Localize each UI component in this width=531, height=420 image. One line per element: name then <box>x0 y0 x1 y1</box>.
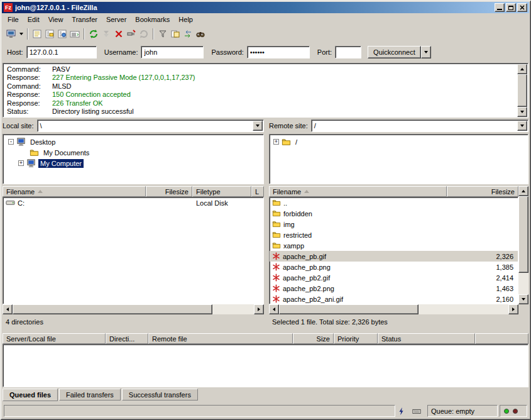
remote-file-row-selected[interactable]: apache_pb.gif 2,326 <box>270 251 518 262</box>
chevron-down-icon[interactable] <box>517 121 527 131</box>
log-text: PASV <box>52 65 70 73</box>
green-led-icon <box>504 409 509 414</box>
port-input[interactable] <box>335 46 361 58</box>
column-label: Filename <box>6 188 35 196</box>
column-header-filesize[interactable]: Filesize <box>146 186 192 197</box>
menu-file[interactable]: File <box>3 14 23 25</box>
minimize-button[interactable] <box>495 3 505 12</box>
local-list-hscrollbar[interactable] <box>3 304 264 314</box>
transfer-queue-icon[interactable] <box>68 28 81 40</box>
disconnect-icon[interactable] <box>125 28 138 40</box>
menu-view[interactable]: View <box>44 14 68 25</box>
scrollbar-thumb[interactable] <box>279 304 419 314</box>
tree-item-my-documents[interactable]: My Documents <box>3 147 263 158</box>
tab-successful-transfers[interactable]: Successful transfers <box>122 389 198 401</box>
column-header-remote-file[interactable]: Remote file <box>148 333 293 344</box>
column-header-filesize[interactable]: Filesize <box>447 186 518 197</box>
column-header-filename[interactable]: Filename <box>269 186 447 197</box>
tree-item-desktop[interactable]: - Desktop <box>3 136 263 147</box>
folder-icon <box>30 148 39 157</box>
scroll-left-icon[interactable] <box>3 304 13 314</box>
pane-splitter[interactable] <box>264 119 269 328</box>
scrollbar-thumb[interactable] <box>13 304 212 314</box>
remote-file-row[interactable]: xampp <box>270 240 518 251</box>
password-input[interactable] <box>247 46 310 58</box>
tab-queued-files[interactable]: Queued files <box>3 389 58 401</box>
titlebar[interactable]: Fz john@127.0.0.1 - FileZilla <box>2 2 529 13</box>
log-prefix: Status: <box>7 108 52 116</box>
remote-file-row[interactable]: .. <box>270 197 518 208</box>
reconnect-icon[interactable] <box>138 28 150 40</box>
host-input[interactable] <box>26 46 97 58</box>
column-header-size[interactable]: Size <box>293 333 334 344</box>
column-header-server-local-file[interactable]: Server/Local file <box>3 333 106 344</box>
remote-treeview-icon[interactable] <box>56 28 68 40</box>
menu-transfer[interactable]: Transfer <box>67 14 102 25</box>
username-input[interactable] <box>141 46 204 58</box>
refresh-icon[interactable] <box>87 28 100 40</box>
scroll-left-icon[interactable] <box>269 304 279 314</box>
remote-site-value: / <box>314 122 517 130</box>
remote-file-row[interactable]: apache_pb2.gif 2,414 <box>270 272 518 283</box>
local-file-list[interactable]: C: Local Disk <box>3 197 264 304</box>
column-label: Size <box>317 335 330 343</box>
remote-file-row[interactable]: forbidden <box>270 208 518 219</box>
remote-list-hscrollbar[interactable] <box>269 304 518 314</box>
scroll-up-icon[interactable] <box>518 186 528 196</box>
maximize-button[interactable] <box>506 3 516 12</box>
message-log-icon[interactable] <box>31 28 43 40</box>
menu-help[interactable]: Help <box>174 14 197 25</box>
site-manager-icon[interactable] <box>5 28 18 40</box>
remote-file-row[interactable]: apache_pb2_ani.gif 2,160 <box>270 294 518 304</box>
chevron-down-icon[interactable] <box>253 121 263 131</box>
remote-file-list[interactable]: .. forbidden img restricted xampp apache… <box>269 197 518 304</box>
local-site-combo[interactable]: \ <box>37 119 264 132</box>
directory-comparison-icon[interactable] <box>169 28 182 40</box>
column-label: Filesize <box>165 188 189 196</box>
scroll-right-icon[interactable] <box>508 304 518 314</box>
close-button[interactable] <box>517 3 527 12</box>
log-prefix: Command: <box>7 65 52 74</box>
scroll-up-icon[interactable] <box>517 64 527 74</box>
folder-icon <box>272 231 281 239</box>
column-header-priority[interactable]: Priority <box>334 333 378 344</box>
expand-icon[interactable]: + <box>273 139 279 145</box>
scroll-down-icon[interactable] <box>518 294 528 304</box>
queue-list[interactable] <box>3 344 528 387</box>
quickconnect-dropdown-icon[interactable] <box>421 46 431 58</box>
filter-icon[interactable] <box>156 28 169 40</box>
scrollbar-thumb[interactable] <box>518 196 528 273</box>
scroll-down-icon[interactable] <box>517 107 527 117</box>
log-scrollbar[interactable] <box>517 64 527 117</box>
quickconnect-button[interactable]: Quickconnect <box>368 46 421 58</box>
column-header-status[interactable]: Status <box>378 333 475 344</box>
column-header-filetype[interactable]: Filetype <box>192 186 251 197</box>
remote-file-row[interactable]: apache_pb2.png 1,463 <box>270 283 518 294</box>
remote-file-row[interactable]: apache_pb.png 1,385 <box>270 262 518 272</box>
cancel-icon[interactable] <box>112 28 125 40</box>
scrollbar-thumb[interactable] <box>517 74 527 107</box>
find-files-icon[interactable] <box>194 28 207 40</box>
process-queue-icon[interactable] <box>100 28 112 40</box>
log-text: Directory listing successful <box>52 108 134 115</box>
column-header-lastmodified[interactable]: L <box>251 186 264 197</box>
tree-item-root[interactable]: + / <box>270 136 528 147</box>
synchronized-browsing-icon[interactable] <box>182 28 194 40</box>
tree-item-my-computer[interactable]: + My Computer <box>3 158 263 169</box>
remote-file-row[interactable]: restricted <box>270 229 518 240</box>
remote-file-row[interactable]: img <box>270 219 518 229</box>
menu-bookmarks[interactable]: Bookmarks <box>131 14 174 25</box>
remote-list-scrollbar[interactable] <box>518 186 528 304</box>
collapse-icon[interactable]: - <box>8 139 14 145</box>
local-treeview-icon[interactable] <box>43 28 56 40</box>
expand-icon[interactable]: + <box>18 160 24 166</box>
menu-edit[interactable]: Edit <box>23 14 44 25</box>
local-file-row[interactable]: C: Local Disk <box>3 197 263 208</box>
scroll-right-icon[interactable] <box>254 304 264 314</box>
menu-server[interactable]: Server <box>102 14 131 25</box>
site-manager-dropdown-icon[interactable] <box>18 28 25 40</box>
remote-site-combo[interactable]: / <box>311 119 528 132</box>
column-header-direction[interactable]: Directi... <box>106 333 148 344</box>
column-header-filename[interactable]: Filename <box>3 186 146 197</box>
tab-failed-transfers[interactable]: Failed transfers <box>59 389 121 401</box>
